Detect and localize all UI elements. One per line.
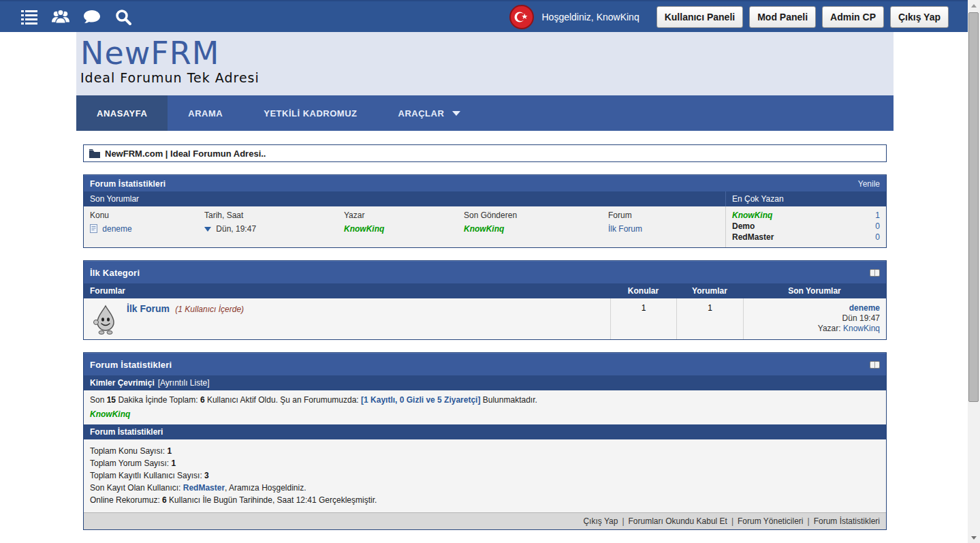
newest-member-link[interactable]: RedMaster: [183, 483, 225, 493]
column-header-last-posts: Son Yorumlar: [743, 283, 886, 298]
topic-link[interactable]: deneme: [102, 224, 131, 234]
column-header-forums: Forumlar: [84, 283, 610, 298]
welcome-text: Hoşgeldiniz, KnowKinq: [542, 12, 639, 22]
last-author-link[interactable]: KnowKinq: [843, 324, 880, 333]
stat-suffix: , Aramıza Hoşgeldiniz.: [225, 483, 306, 493]
detailed-list-link[interactable]: [Ayrıntılı Liste]: [158, 378, 210, 388]
footer-mark-read-link[interactable]: Forumları Okundu Kabul Et: [629, 516, 727, 526]
online-minutes: 15: [107, 395, 116, 405]
column-forum: Forum İlk Forum: [608, 211, 719, 241]
nav-item-anasayfa[interactable]: ANASAYFA: [76, 95, 168, 131]
column-header-forum: Forum: [608, 211, 719, 220]
column-header-topic: Konu: [90, 211, 204, 220]
top-poster-name[interactable]: RedMaster: [732, 232, 774, 242]
forum-cell: İlk Forum (1 Kullanıcı İçerde): [84, 298, 610, 339]
last-post-arrow-icon: [204, 227, 211, 232]
top-poster-count: 0: [875, 232, 880, 242]
column-author: Yazar KnowKinq: [344, 211, 464, 241]
last-author-label: Yazar:: [818, 324, 843, 333]
user-panel-button[interactable]: Kullanıcı Paneli: [657, 6, 743, 28]
latest-panel-header: Forum İstatistikleri Yenile: [84, 175, 886, 191]
stat-label: Son Kayıt Olan Kullanıcı:: [90, 483, 183, 493]
column-topic: Konu deneme: [90, 211, 204, 241]
folder-icon: [89, 149, 100, 158]
stat-newest-member: Son Kayıt Olan Kullanıcı: RedMaster, Ara…: [90, 483, 880, 493]
category-title: İlk Kategori: [90, 268, 140, 278]
logout-button[interactable]: Çıkış Yap: [890, 6, 949, 28]
online-breakdown-link[interactable]: [1 Kayıtlı, 0 Gizli ve 5 Ziyaretçi]: [361, 395, 480, 405]
content-column: NewFRM Ideal Forumun Tek Adresi ANASAYFA…: [76, 32, 894, 530]
stat-label: Toplam Konu Sayısı:: [90, 446, 167, 456]
stat-total-topics: Toplam Konu Sayısı: 1: [90, 446, 880, 456]
date-text: Dün, 19:47: [216, 224, 256, 234]
collapse-icon[interactable]: [870, 361, 880, 369]
column-header-last-poster: Son Gönderen: [464, 211, 608, 220]
top-poster-name[interactable]: Demo: [732, 221, 755, 231]
stat-label: Toplam Yorum Sayısı:: [90, 459, 171, 468]
online-text: Son: [90, 395, 107, 405]
statistics-header: Forum İstatistikleri: [84, 353, 886, 375]
topic-cell: deneme: [90, 224, 204, 234]
stat-value: 1: [167, 446, 172, 456]
last-poster-link[interactable]: KnowKinq: [464, 224, 504, 234]
whos-online-heading-cell: Kimler Çevrimiçi[Ayrıntılı Liste]: [84, 375, 216, 390]
footer-logout-link[interactable]: Çıkış Yap: [583, 516, 618, 526]
list-icon[interactable]: [20, 8, 38, 26]
scrollbar[interactable]: [968, 0, 980, 543]
latest-panel-title: Forum İstatistikleri: [90, 179, 165, 189]
scrollbar-down-arrow[interactable]: [968, 532, 980, 543]
site-logo[interactable]: NewFRM: [80, 37, 894, 69]
top-poster-count: 0: [875, 221, 880, 231]
admin-cp-button[interactable]: Admin CP: [822, 6, 884, 28]
category-header: İlk Kategori: [84, 261, 886, 283]
latest-posts-panel: Forum İstatistikleri Yenile Son Yorumlar…: [83, 174, 887, 248]
panel-footer-links: Çıkış YapForumları Okundu Kabul EtForum …: [84, 512, 886, 529]
nav-item-arama[interactable]: ARAMA: [168, 95, 243, 131]
nav-item-araclar[interactable]: ARAÇLAR: [378, 95, 481, 131]
online-users-list: KnowKinq: [90, 409, 880, 420]
messages-icon[interactable]: [83, 8, 101, 26]
separator: [727, 516, 738, 526]
column-header-date: Tarih, Saat: [204, 211, 344, 220]
forum-stats-header: Forum İstatistikleri: [84, 424, 886, 439]
scrollbar-up-arrow[interactable]: [968, 0, 980, 11]
nav-item-yetkili-kadromuz[interactable]: YETKİLİ KADROMUZ: [243, 95, 377, 131]
footer-stats-link[interactable]: Forum İstatistikleri: [814, 516, 880, 526]
online-user-link[interactable]: KnowKinq: [90, 409, 130, 419]
top-posters-panel: KnowKinq 1 Demo 0 RedMaster 0: [725, 206, 886, 247]
scrollbar-thumb[interactable]: [968, 12, 979, 402]
mod-panel-button[interactable]: Mod Paneli: [749, 6, 816, 28]
down-arrow-icon: [971, 536, 977, 540]
forum-link[interactable]: İlk Forum: [608, 224, 642, 234]
breadcrumb[interactable]: NewFRM.com | Ideal Forumun Adresi..: [83, 144, 887, 162]
logo-band: NewFRM Ideal Forumun Tek Adresi: [76, 32, 894, 95]
chevron-down-icon: [452, 111, 460, 116]
search-icon[interactable]: [114, 8, 132, 26]
main-navigation: ANASAYFA ARAMA YETKİLİ KADROMUZ ARAÇLAR: [76, 95, 894, 131]
latest-right-header: En Çok Yazan: [725, 191, 886, 206]
last-topic-link[interactable]: deneme: [849, 303, 880, 313]
footer-staff-link[interactable]: Forum Yöneticileri: [738, 516, 803, 526]
forum-topics-count: 1: [610, 298, 676, 339]
top-poster-name[interactable]: KnowKinq: [732, 211, 772, 220]
collapse-icon[interactable]: [870, 269, 880, 277]
date-cell: Dün, 19:47: [204, 224, 344, 234]
whos-online-body: Son 15 Dakika İçinde Toplam: 6 Kullanıcı…: [84, 390, 886, 424]
refresh-link[interactable]: Yenile: [858, 179, 880, 189]
latest-left-header: Son Yorumlar: [84, 191, 725, 206]
whos-online-header: Kimler Çevrimiçi[Ayrıntılı Liste]: [84, 375, 886, 390]
author-link[interactable]: KnowKinq: [344, 224, 384, 234]
column-header-topics: Konular: [610, 283, 676, 298]
category-column-headers: Forumlar Konular Yorumlar Son Yorumlar: [84, 283, 886, 298]
column-header-author: Yazar: [344, 211, 464, 220]
category-panel: İlk Kategori Forumlar Konular Yorumlar S…: [83, 260, 887, 340]
online-summary-line: Son 15 Dakika İçinde Toplam: 6 Kullanıcı…: [90, 395, 880, 405]
turkey-flag-icon: [509, 5, 534, 29]
forum-row: İlk Forum (1 Kullanıcı İçerde) 1 1 denem…: [84, 298, 886, 339]
forum-name-link[interactable]: İlk Forum: [127, 303, 170, 314]
forum-avatar-icon: [93, 305, 118, 335]
forum-replies-count: 1: [676, 298, 743, 339]
top-poster-row: KnowKinq 1: [732, 211, 880, 220]
forum-stats-heading: Forum İstatistikleri: [84, 424, 169, 439]
members-icon[interactable]: [52, 8, 69, 26]
